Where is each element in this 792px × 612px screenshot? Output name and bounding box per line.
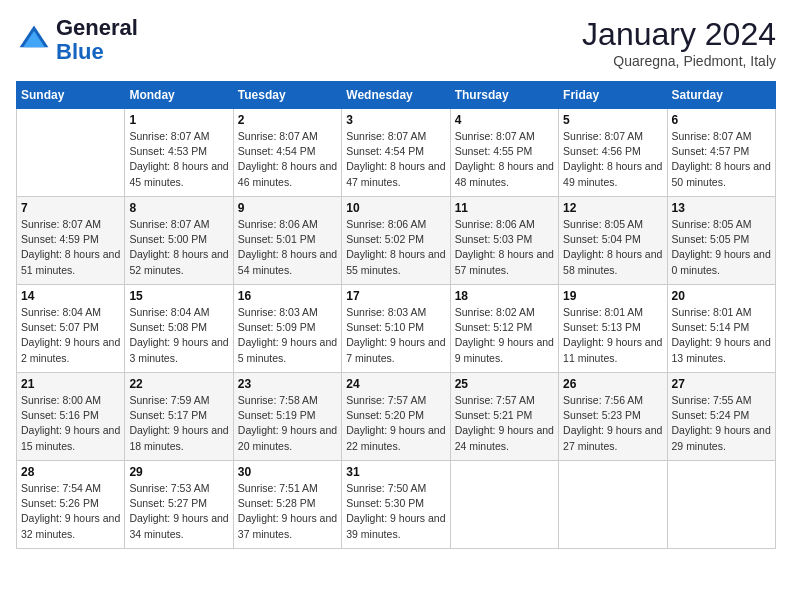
calendar-cell <box>667 461 775 549</box>
day-number: 16 <box>238 289 337 303</box>
day-number: 2 <box>238 113 337 127</box>
calendar-week-4: 21Sunrise: 8:00 AMSunset: 5:16 PMDayligh… <box>17 373 776 461</box>
weekday-header-friday: Friday <box>559 82 667 109</box>
day-info: Sunrise: 8:07 AMSunset: 5:00 PMDaylight:… <box>129 217 228 278</box>
day-info: Sunrise: 7:54 AMSunset: 5:26 PMDaylight:… <box>21 481 120 542</box>
calendar-cell <box>450 461 558 549</box>
day-info: Sunrise: 7:50 AMSunset: 5:30 PMDaylight:… <box>346 481 445 542</box>
calendar-cell: 2Sunrise: 8:07 AMSunset: 4:54 PMDaylight… <box>233 109 341 197</box>
calendar-cell: 13Sunrise: 8:05 AMSunset: 5:05 PMDayligh… <box>667 197 775 285</box>
calendar-cell: 19Sunrise: 8:01 AMSunset: 5:13 PMDayligh… <box>559 285 667 373</box>
day-info: Sunrise: 8:06 AMSunset: 5:02 PMDaylight:… <box>346 217 445 278</box>
calendar-cell <box>559 461 667 549</box>
day-number: 1 <box>129 113 228 127</box>
day-info: Sunrise: 8:03 AMSunset: 5:09 PMDaylight:… <box>238 305 337 366</box>
calendar-cell: 27Sunrise: 7:55 AMSunset: 5:24 PMDayligh… <box>667 373 775 461</box>
day-info: Sunrise: 7:53 AMSunset: 5:27 PMDaylight:… <box>129 481 228 542</box>
day-number: 30 <box>238 465 337 479</box>
day-number: 19 <box>563 289 662 303</box>
day-number: 15 <box>129 289 228 303</box>
day-number: 18 <box>455 289 554 303</box>
day-info: Sunrise: 8:00 AMSunset: 5:16 PMDaylight:… <box>21 393 120 454</box>
calendar-cell: 4Sunrise: 8:07 AMSunset: 4:55 PMDaylight… <box>450 109 558 197</box>
day-number: 17 <box>346 289 445 303</box>
calendar-cell: 11Sunrise: 8:06 AMSunset: 5:03 PMDayligh… <box>450 197 558 285</box>
calendar-week-2: 7Sunrise: 8:07 AMSunset: 4:59 PMDaylight… <box>17 197 776 285</box>
logo-text: General Blue <box>56 16 138 64</box>
day-number: 31 <box>346 465 445 479</box>
day-info: Sunrise: 8:06 AMSunset: 5:03 PMDaylight:… <box>455 217 554 278</box>
day-info: Sunrise: 7:57 AMSunset: 5:21 PMDaylight:… <box>455 393 554 454</box>
calendar-body: 1Sunrise: 8:07 AMSunset: 4:53 PMDaylight… <box>17 109 776 549</box>
day-number: 12 <box>563 201 662 215</box>
weekday-header-saturday: Saturday <box>667 82 775 109</box>
day-number: 9 <box>238 201 337 215</box>
calendar-cell: 20Sunrise: 8:01 AMSunset: 5:14 PMDayligh… <box>667 285 775 373</box>
calendar-cell: 17Sunrise: 8:03 AMSunset: 5:10 PMDayligh… <box>342 285 450 373</box>
day-number: 27 <box>672 377 771 391</box>
day-info: Sunrise: 8:07 AMSunset: 4:56 PMDaylight:… <box>563 129 662 190</box>
title-block: January 2024 Quaregna, Piedmont, Italy <box>582 16 776 69</box>
calendar-cell: 15Sunrise: 8:04 AMSunset: 5:08 PMDayligh… <box>125 285 233 373</box>
day-number: 24 <box>346 377 445 391</box>
calendar-cell: 21Sunrise: 8:00 AMSunset: 5:16 PMDayligh… <box>17 373 125 461</box>
day-info: Sunrise: 8:04 AMSunset: 5:07 PMDaylight:… <box>21 305 120 366</box>
day-info: Sunrise: 8:07 AMSunset: 4:57 PMDaylight:… <box>672 129 771 190</box>
calendar-cell: 1Sunrise: 8:07 AMSunset: 4:53 PMDaylight… <box>125 109 233 197</box>
calendar-cell: 6Sunrise: 8:07 AMSunset: 4:57 PMDaylight… <box>667 109 775 197</box>
calendar-cell: 5Sunrise: 8:07 AMSunset: 4:56 PMDaylight… <box>559 109 667 197</box>
day-info: Sunrise: 8:07 AMSunset: 4:55 PMDaylight:… <box>455 129 554 190</box>
day-number: 21 <box>21 377 120 391</box>
weekday-header-sunday: Sunday <box>17 82 125 109</box>
day-number: 25 <box>455 377 554 391</box>
day-number: 26 <box>563 377 662 391</box>
day-info: Sunrise: 8:07 AMSunset: 4:54 PMDaylight:… <box>346 129 445 190</box>
day-number: 22 <box>129 377 228 391</box>
day-number: 14 <box>21 289 120 303</box>
calendar-cell: 7Sunrise: 8:07 AMSunset: 4:59 PMDaylight… <box>17 197 125 285</box>
day-info: Sunrise: 7:57 AMSunset: 5:20 PMDaylight:… <box>346 393 445 454</box>
day-info: Sunrise: 7:58 AMSunset: 5:19 PMDaylight:… <box>238 393 337 454</box>
day-number: 20 <box>672 289 771 303</box>
calendar-cell: 22Sunrise: 7:59 AMSunset: 5:17 PMDayligh… <box>125 373 233 461</box>
month-title: January 2024 <box>582 16 776 53</box>
calendar-week-3: 14Sunrise: 8:04 AMSunset: 5:07 PMDayligh… <box>17 285 776 373</box>
calendar-header: SundayMondayTuesdayWednesdayThursdayFrid… <box>17 82 776 109</box>
calendar-cell: 10Sunrise: 8:06 AMSunset: 5:02 PMDayligh… <box>342 197 450 285</box>
calendar-cell <box>17 109 125 197</box>
weekday-header-tuesday: Tuesday <box>233 82 341 109</box>
day-number: 7 <box>21 201 120 215</box>
calendar-cell: 3Sunrise: 8:07 AMSunset: 4:54 PMDaylight… <box>342 109 450 197</box>
day-number: 4 <box>455 113 554 127</box>
day-info: Sunrise: 8:07 AMSunset: 4:54 PMDaylight:… <box>238 129 337 190</box>
calendar-week-1: 1Sunrise: 8:07 AMSunset: 4:53 PMDaylight… <box>17 109 776 197</box>
logo-icon <box>16 22 52 58</box>
calendar-table: SundayMondayTuesdayWednesdayThursdayFrid… <box>16 81 776 549</box>
calendar-cell: 28Sunrise: 7:54 AMSunset: 5:26 PMDayligh… <box>17 461 125 549</box>
calendar-cell: 12Sunrise: 8:05 AMSunset: 5:04 PMDayligh… <box>559 197 667 285</box>
day-info: Sunrise: 8:01 AMSunset: 5:13 PMDaylight:… <box>563 305 662 366</box>
day-number: 8 <box>129 201 228 215</box>
calendar-week-5: 28Sunrise: 7:54 AMSunset: 5:26 PMDayligh… <box>17 461 776 549</box>
day-info: Sunrise: 7:55 AMSunset: 5:24 PMDaylight:… <box>672 393 771 454</box>
calendar-cell: 25Sunrise: 7:57 AMSunset: 5:21 PMDayligh… <box>450 373 558 461</box>
day-info: Sunrise: 8:05 AMSunset: 5:05 PMDaylight:… <box>672 217 771 278</box>
calendar-cell: 26Sunrise: 7:56 AMSunset: 5:23 PMDayligh… <box>559 373 667 461</box>
calendar-cell: 30Sunrise: 7:51 AMSunset: 5:28 PMDayligh… <box>233 461 341 549</box>
day-info: Sunrise: 8:03 AMSunset: 5:10 PMDaylight:… <box>346 305 445 366</box>
day-number: 23 <box>238 377 337 391</box>
weekday-header-thursday: Thursday <box>450 82 558 109</box>
weekday-header-monday: Monday <box>125 82 233 109</box>
logo: General Blue <box>16 16 138 64</box>
day-info: Sunrise: 8:04 AMSunset: 5:08 PMDaylight:… <box>129 305 228 366</box>
location-subtitle: Quaregna, Piedmont, Italy <box>582 53 776 69</box>
day-number: 11 <box>455 201 554 215</box>
page-header: General Blue January 2024 Quaregna, Pied… <box>16 16 776 69</box>
day-number: 28 <box>21 465 120 479</box>
weekday-header-wednesday: Wednesday <box>342 82 450 109</box>
day-info: Sunrise: 8:05 AMSunset: 5:04 PMDaylight:… <box>563 217 662 278</box>
calendar-cell: 31Sunrise: 7:50 AMSunset: 5:30 PMDayligh… <box>342 461 450 549</box>
day-info: Sunrise: 7:51 AMSunset: 5:28 PMDaylight:… <box>238 481 337 542</box>
calendar-cell: 9Sunrise: 8:06 AMSunset: 5:01 PMDaylight… <box>233 197 341 285</box>
day-info: Sunrise: 8:01 AMSunset: 5:14 PMDaylight:… <box>672 305 771 366</box>
